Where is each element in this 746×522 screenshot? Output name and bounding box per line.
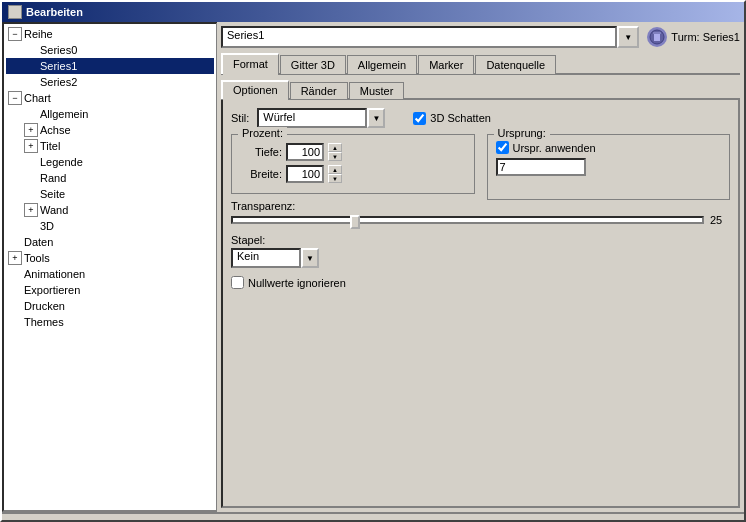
stapel-dropdown-btn[interactable]: ▼ — [301, 248, 319, 268]
tree-item-chart[interactable]: −Chart — [6, 90, 214, 106]
expander-empty-allgemein — [24, 107, 38, 121]
stil-dropdown-btn[interactable]: ▼ — [367, 108, 385, 128]
prozent-group: Prozent: Tiefe: ▲ ▼ Breite: — [231, 134, 475, 194]
slider-thumb[interactable] — [350, 215, 360, 229]
tiefe-spin-buttons: ▲ ▼ — [328, 143, 342, 161]
tree-item-3d[interactable]: 3D — [6, 218, 214, 234]
tree-label-allgemein: Allgemein — [40, 108, 88, 120]
tree-label-achse: Achse — [40, 124, 71, 136]
tab-allgemein[interactable]: Allgemein — [347, 55, 417, 74]
tree-label-reihe: Reihe — [24, 28, 53, 40]
ursprung-input[interactable] — [496, 158, 586, 176]
expander-chart[interactable]: − — [8, 91, 22, 105]
breite-input[interactable] — [286, 165, 324, 183]
tree-item-wand[interactable]: +Wand — [6, 202, 214, 218]
tree-item-drucken[interactable]: Drucken — [6, 298, 214, 314]
tiefe-up-btn[interactable]: ▲ — [328, 143, 342, 152]
stil-row: Stil: Würfel ▼ 3D Schatten — [231, 108, 730, 128]
turm-text: Turm: Series1 — [671, 31, 740, 43]
stapel-field[interactable]: Kein — [231, 248, 301, 268]
tree-item-series0[interactable]: Series0 — [6, 42, 214, 58]
stil-label: Stil: — [231, 112, 249, 124]
breite-up-btn[interactable]: ▲ — [328, 165, 342, 174]
stapel-dropdown: Kein ▼ — [231, 248, 730, 268]
tiefe-label: Tiefe: — [240, 146, 282, 158]
expander-titel[interactable]: + — [24, 139, 38, 153]
tree-item-achse[interactable]: +Achse — [6, 122, 214, 138]
two-col-section: Prozent: Tiefe: ▲ ▼ Breite: — [231, 134, 730, 200]
tree-label-chart: Chart — [24, 92, 51, 104]
tree-label-seite: Seite — [40, 188, 65, 200]
tree-item-series1[interactable]: Series1 — [6, 58, 214, 74]
main-tab-bar: Format Gitter 3D Allgemein Marker Datenq… — [221, 52, 740, 75]
tree-item-exportieren[interactable]: Exportieren — [6, 282, 214, 298]
urspr-checkbox[interactable] — [496, 141, 509, 154]
expander-empty-series0 — [24, 43, 38, 57]
turm-icon — [647, 27, 667, 47]
tab-datenquelle[interactable]: Datenquelle — [475, 55, 556, 74]
expander-empty-drucken — [8, 299, 22, 313]
series-row: Series1 ▼ Turm: Series1 — [221, 26, 740, 48]
transparenz-value: 25 — [710, 214, 730, 226]
series-select-field[interactable]: Series1 — [221, 26, 617, 48]
tree-item-reihe[interactable]: −Reihe — [6, 26, 214, 42]
svg-rect-2 — [653, 32, 661, 34]
tree-label-series1: Series1 — [40, 60, 77, 72]
tree-item-allgemein[interactable]: Allgemein — [6, 106, 214, 122]
expander-wand[interactable]: + — [24, 203, 38, 217]
tab-marker[interactable]: Marker — [418, 55, 474, 74]
tree-item-titel[interactable]: +Titel — [6, 138, 214, 154]
content-area: −ReiheSeries0Series1Series2−ChartAllgeme… — [2, 22, 744, 512]
tab-gitter3d[interactable]: Gitter 3D — [280, 55, 346, 74]
transparenz-slider[interactable] — [231, 216, 704, 224]
main-window: Bearbeiten −ReiheSeries0Series1Series2−C… — [0, 0, 746, 522]
svg-rect-1 — [654, 33, 660, 41]
tree-item-rand[interactable]: Rand — [6, 170, 214, 186]
tree-item-series2[interactable]: Series2 — [6, 74, 214, 90]
tree-item-animationen[interactable]: Animationen — [6, 266, 214, 282]
tree-item-themes[interactable]: Themes — [6, 314, 214, 330]
tree-label-3d: 3D — [40, 220, 54, 232]
expander-empty-seite — [24, 187, 38, 201]
series-select-wrapper: Series1 ▼ — [221, 26, 639, 48]
expander-reihe[interactable]: − — [8, 27, 22, 41]
tiefe-input[interactable] — [286, 143, 324, 161]
tree-label-titel: Titel — [40, 140, 60, 152]
tree-label-rand: Rand — [40, 172, 66, 184]
tree-item-daten[interactable]: Daten — [6, 234, 214, 250]
breite-label: Breite: — [240, 168, 282, 180]
nullwerte-label: Nullwerte ignorieren — [248, 277, 346, 289]
breite-spin-buttons: ▲ ▼ — [328, 165, 342, 183]
ursprung-group: Ursprung: Urspr. anwenden — [487, 134, 731, 200]
prozent-legend: Prozent: — [238, 127, 287, 139]
tiefe-down-btn[interactable]: ▼ — [328, 152, 342, 161]
tree-item-legende[interactable]: Legende — [6, 154, 214, 170]
tree-item-seite[interactable]: Seite — [6, 186, 214, 202]
expander-empty-animationen — [8, 267, 22, 281]
tree-item-tools[interactable]: +Tools — [6, 250, 214, 266]
tree-label-animationen: Animationen — [24, 268, 85, 280]
transparenz-label: Transparenz: — [231, 200, 730, 212]
sub-tab-optionen[interactable]: Optionen — [221, 80, 289, 99]
breite-down-btn[interactable]: ▼ — [328, 174, 342, 183]
sub-tab-muster[interactable]: Muster — [349, 82, 405, 99]
tab-format[interactable]: Format — [221, 53, 279, 74]
stapel-section: Stapel: Kein ▼ — [231, 234, 730, 268]
expander-tools[interactable]: + — [8, 251, 22, 265]
sub-tab-raender[interactable]: Ränder — [290, 82, 348, 99]
tree-label-series0: Series0 — [40, 44, 77, 56]
3d-schatten-checkbox[interactable] — [413, 112, 426, 125]
slider-wrapper: 25 — [231, 214, 730, 226]
ursprung-legend: Ursprung: — [494, 127, 550, 139]
nullwerte-row: Nullwerte ignorieren — [231, 276, 730, 289]
series-dropdown-button[interactable]: ▼ — [617, 26, 639, 48]
expander-empty-themes — [8, 315, 22, 329]
nullwerte-checkbox[interactable] — [231, 276, 244, 289]
stil-field[interactable]: Würfel — [257, 108, 367, 128]
tree-label-series2: Series2 — [40, 76, 77, 88]
breite-row: Breite: ▲ ▼ — [240, 165, 466, 183]
expander-achse[interactable]: + — [24, 123, 38, 137]
3d-schatten-row: 3D Schatten — [413, 112, 491, 125]
expander-empty-legende — [24, 155, 38, 169]
tree-label-drucken: Drucken — [24, 300, 65, 312]
